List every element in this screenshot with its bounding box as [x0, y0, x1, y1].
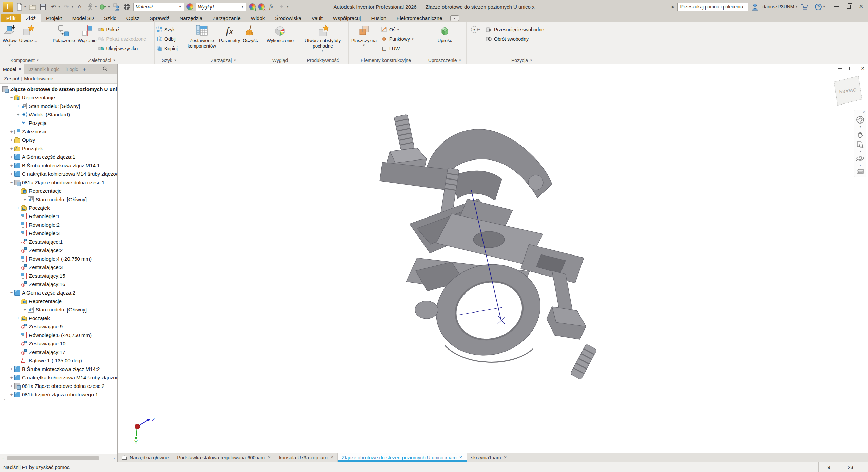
- tree-item[interactable]: Pozycja: [0, 119, 117, 127]
- position-options-icon[interactable]: ▼: [471, 26, 478, 33]
- new-file-icon[interactable]: [15, 3, 23, 11]
- tree-item[interactable]: Zestawiające:10: [0, 339, 117, 348]
- tree-item[interactable]: + C nakrętka kołnierzowa M14 śruby złącz…: [0, 373, 117, 382]
- tree-item[interactable]: + Początek: [0, 204, 117, 212]
- tree-item[interactable]: − Reprezentacje: [0, 297, 117, 305]
- tree-expander[interactable]: +: [22, 197, 27, 202]
- zoom-icon[interactable]: [855, 141, 865, 149]
- tree-item[interactable]: − Reprezentacje: [0, 187, 117, 195]
- orbit-icon[interactable]: [855, 154, 865, 163]
- ribbon-tab[interactable]: Szkic: [99, 14, 121, 22]
- tree-expander[interactable]: +: [16, 205, 21, 210]
- tree-item[interactable]: Zestawiające:3: [0, 263, 117, 271]
- pan-icon[interactable]: [855, 131, 865, 139]
- close-icon[interactable]: ✕: [18, 67, 21, 71]
- inventor-logo[interactable]: I: [3, 2, 13, 12]
- chevron-down-icon[interactable]: ▾: [860, 150, 861, 153]
- chevron-down-icon[interactable]: ▾: [860, 126, 861, 128]
- tree-expander[interactable]: −: [16, 188, 21, 193]
- 3d-viewport[interactable]: ✕ PRAWO ✕ ▾ ▾: [118, 64, 868, 453]
- ribbon-tab[interactable]: Narzędzia: [174, 14, 208, 22]
- open-icon[interactable]: [28, 3, 37, 11]
- tree-expander[interactable]: +: [9, 163, 14, 168]
- panel-label[interactable]: Zarządzaj▼: [184, 56, 263, 64]
- document-tab[interactable]: skrzynia1.iam✕: [467, 453, 511, 462]
- export-icon[interactable]: [99, 3, 107, 11]
- parameters-fx-icon[interactable]: fx: [267, 3, 275, 11]
- tree-expander[interactable]: +: [9, 366, 14, 372]
- tree-item[interactable]: Równoległe:2: [0, 221, 117, 229]
- user-menu-caret-icon[interactable]: ▾: [796, 5, 798, 8]
- doc-restore-button[interactable]: [849, 67, 853, 70]
- model-swivel-coupler[interactable]: [366, 111, 604, 403]
- purge-button[interactable]: Oczyść: [242, 24, 259, 44]
- save-icon[interactable]: [39, 3, 47, 11]
- redo-icon[interactable]: ↷: [62, 3, 71, 11]
- sketch-figure-caret-icon[interactable]: ▾: [95, 5, 97, 8]
- ribbon-tab[interactable]: Środowiska: [270, 14, 307, 22]
- scroll-right-icon[interactable]: ›: [111, 456, 117, 461]
- tree-expander[interactable]: +: [9, 383, 14, 389]
- insert-component-button[interactable]: Wstaw ▼: [2, 24, 18, 48]
- tree-item[interactable]: + B Śruba młoteczkowa złącz M14:1: [0, 161, 117, 170]
- new-file-caret-icon[interactable]: ▾: [24, 5, 26, 8]
- bom-button[interactable]: Zestawienie komponentów: [186, 24, 217, 49]
- derived-substitutes-button[interactable]: Utwórz substytuty pochodne ▸: [301, 24, 344, 53]
- ribbon-tab[interactable]: Projekt: [41, 14, 67, 22]
- ribbon-display-toggle-icon[interactable]: ▾: [450, 15, 459, 21]
- ribbon-tab[interactable]: Model 3D: [67, 14, 99, 22]
- person-component-icon[interactable]: [112, 3, 120, 11]
- tree-expander[interactable]: −: [9, 290, 14, 295]
- app-store-cart-icon[interactable]: [801, 3, 809, 11]
- tree-item[interactable]: + 081b trzpień złącza obrotowego:1: [0, 390, 117, 399]
- ribbon-tab[interactable]: Złóż: [21, 14, 41, 22]
- tree-expander[interactable]: +: [9, 154, 14, 159]
- tree-expander[interactable]: +: [16, 316, 21, 321]
- tree-item[interactable]: + Zależności: [0, 127, 117, 136]
- panel-label[interactable]: Zależności▼: [50, 56, 154, 64]
- tree-item[interactable]: + Opisy: [0, 136, 117, 144]
- browser-menu-icon[interactable]: ≡: [111, 66, 115, 73]
- wheel-icon[interactable]: [123, 3, 131, 11]
- ribbon-tab[interactable]: Sprawdź: [144, 14, 174, 22]
- tree-item[interactable]: Równoległe:4 (-20,750 mm): [0, 254, 117, 263]
- tree-item[interactable]: − 081a Złącze obrotowe dolna czesc:1: [0, 178, 117, 187]
- restore-button[interactable]: [847, 5, 851, 9]
- close-tab-icon[interactable]: ✕: [459, 455, 462, 460]
- tree-item[interactable]: + Stan modelu: [Główny]: [0, 305, 117, 314]
- tree-item[interactable]: + 081a Złącze obrotowe dolna czesc:2: [0, 382, 117, 390]
- look-at-icon[interactable]: [855, 168, 865, 175]
- material-combo[interactable]: Materiał ▼: [133, 3, 184, 11]
- tree-item[interactable]: Kątowe:1 (-135,00 deg): [0, 356, 117, 365]
- axis-button[interactable]: Oś▾: [381, 25, 413, 34]
- redo-caret-icon[interactable]: ▾: [72, 5, 73, 8]
- panel-label[interactable]: Komponent▼: [0, 56, 50, 64]
- close-tab-icon[interactable]: ✕: [330, 455, 333, 460]
- adjust-clear-icon[interactable]: ×: [258, 3, 265, 10]
- browser-subtab[interactable]: Modelowanie: [23, 75, 54, 82]
- mirror-button[interactable]: Odbij: [156, 35, 178, 43]
- ribbon-tab[interactable]: Opisz: [121, 14, 144, 22]
- username[interactable]: dariuszP3UNM: [762, 4, 794, 10]
- tree-item[interactable]: Zestawiający:15: [0, 271, 117, 280]
- browser-hscrollbar[interactable]: ‹ ›: [0, 454, 117, 462]
- tree-expander[interactable]: +: [9, 146, 14, 151]
- home-icon[interactable]: ⌂: [76, 3, 84, 11]
- finish-button[interactable]: Wykończenie: [265, 24, 295, 44]
- doc-close-button[interactable]: ✕: [861, 66, 865, 71]
- tree-item[interactable]: + Stan modelu: [Główny]: [0, 195, 117, 204]
- navbar-close-icon[interactable]: ✕: [862, 111, 865, 114]
- point-button[interactable]: Punktowy▾: [381, 35, 413, 43]
- close-tab-icon[interactable]: ✕: [504, 455, 507, 460]
- show-sick-constraints-button[interactable]: Pokaż uszkodzone: [98, 35, 146, 43]
- tree-item[interactable]: + Początek: [0, 314, 117, 322]
- document-tab[interactable]: Narzędzia główne✕: [118, 453, 173, 462]
- ribbon-tab[interactable]: Fusion: [366, 14, 391, 22]
- export-caret-icon[interactable]: ▾: [108, 5, 110, 8]
- tree-item[interactable]: + Stan modelu: [Główny]: [0, 102, 117, 110]
- search-icon[interactable]: [102, 66, 108, 72]
- tree-root-item[interactable]: Złącze obrotowe do stezen poziomych U un…: [0, 85, 117, 93]
- ribbon-tab[interactable]: Widok: [246, 14, 270, 22]
- constrain-button[interactable]: Wiązanie: [77, 24, 98, 44]
- tree-item[interactable]: + C nakrętka kołnierzowa M14 śruby złącz…: [0, 170, 117, 178]
